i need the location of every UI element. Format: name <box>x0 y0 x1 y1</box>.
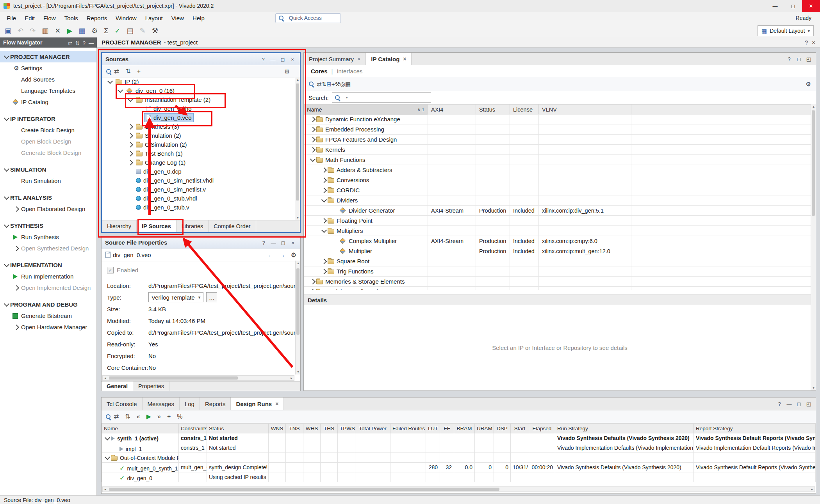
step-first-icon[interactable]: « <box>137 413 140 420</box>
settings-gear-icon[interactable]: ⚙ <box>291 252 296 258</box>
tree-item-test-bench[interactable]: Test Bench (1) <box>102 149 295 158</box>
tree-item-div-gen-0-vho[interactable]: div_gen_0.vho <box>102 104 295 113</box>
tree-expand-icon[interactable] <box>13 286 20 290</box>
search-icon[interactable] <box>105 414 111 420</box>
flownav-section-rtl-analysis[interactable]: RTL ANALYSIS <box>0 192 96 203</box>
runs-column-dsp[interactable]: DSP <box>494 424 511 433</box>
reports-sigma-icon[interactable]: Σ <box>104 27 108 34</box>
expand-all-icon[interactable]: ⇅ <box>322 81 327 87</box>
flownav-section-ip-integrator[interactable]: IP INTEGRATOR <box>0 113 96 124</box>
flownav-item-generate-block-design[interactable]: Generate Block Design <box>0 147 96 158</box>
tree-item-div-gen-0-stub-v[interactable]: div_gen_0_stub.v <box>102 203 295 212</box>
tree-collapse-icon[interactable] <box>3 117 10 120</box>
ip-catalog-vertical-scrollbar[interactable]: ▴ ▾ <box>811 104 816 390</box>
runs-column-tpws[interactable]: TPWS <box>338 424 355 433</box>
help-icon[interactable]: ? <box>805 39 808 45</box>
copy-icon[interactable]: ▥ <box>42 27 48 34</box>
tree-item-synthesis[interactable]: Synthesis (3) <box>102 122 295 131</box>
menu-file[interactable]: File <box>2 12 20 24</box>
tree-expand-icon[interactable] <box>321 219 328 223</box>
menu-reports[interactable]: Reports <box>82 12 112 24</box>
tree-collapse-icon[interactable] <box>104 456 111 459</box>
flownav-section-implementation[interactable]: IMPLEMENTATION <box>0 259 96 271</box>
flownav-item-run-simulation[interactable]: Run Simulation <box>0 175 96 186</box>
play-icon[interactable]: ▶ <box>146 413 151 420</box>
menu-layout[interactable]: Layout <box>141 12 167 24</box>
type-dropdown[interactable]: Verilog Template▾ <box>148 292 203 302</box>
minimize-icon[interactable]: — <box>269 240 277 245</box>
column-header-vlnv[interactable]: VLNV <box>539 105 631 115</box>
help-icon[interactable]: ? <box>259 57 267 62</box>
back-arrow-icon[interactable]: ← <box>267 252 274 258</box>
runs-column-tns[interactable]: TNS <box>286 424 303 433</box>
percent-icon[interactable]: % <box>177 413 182 420</box>
tree-expand-icon[interactable] <box>321 188 328 192</box>
maximize-icon[interactable]: ◰ <box>805 57 813 62</box>
runs-column-start[interactable]: Start <box>511 424 529 433</box>
ipcat-row-cordic[interactable]: CORDIC <box>304 185 811 195</box>
ipcat-row-math-functions[interactable]: Math Functions <box>304 155 811 165</box>
scroll-left-icon[interactable]: ◂ <box>103 376 108 381</box>
step-last-icon[interactable]: » <box>157 413 161 420</box>
tree-collapse-icon[interactable] <box>104 437 111 440</box>
flownav-item-open-implemented-design[interactable]: Open Implemented Design <box>0 282 96 293</box>
close-icon[interactable]: × <box>357 56 360 62</box>
maximize-icon[interactable]: ◰ <box>805 401 813 406</box>
collapse-all-icon[interactable]: ⇄ <box>317 81 322 87</box>
flownav-item-generate-bitstream[interactable]: Generate Bitstream <box>0 310 96 321</box>
tree-collapse-icon[interactable] <box>3 224 10 227</box>
runs-column-total-power[interactable]: Total Power <box>355 424 390 433</box>
scroll-up-icon[interactable]: ▴ <box>295 77 300 82</box>
tree-item-simulation[interactable]: Simulation (2) <box>102 131 295 140</box>
search-icon[interactable] <box>106 69 112 75</box>
validate-check-icon[interactable]: ✓ <box>114 27 120 34</box>
tree-collapse-icon[interactable] <box>117 89 124 92</box>
flownav-item-open-block-design[interactable]: Open Block Design <box>0 136 96 147</box>
tree-collapse-icon[interactable] <box>309 158 316 161</box>
scroll-up-icon[interactable]: ▴ <box>811 104 816 109</box>
menu-edit[interactable]: Edit <box>20 12 39 24</box>
tree-item-instantiation-template[interactable]: Instantiation Template (2) <box>102 95 295 104</box>
tree-expand-icon[interactable] <box>309 117 316 121</box>
ipcat-row-multiplier[interactable]: MultiplierProductionIncludedxilinx.com:i… <box>304 246 811 256</box>
dashboard-icon[interactable]: ▤ <box>127 27 134 34</box>
add-ip-icon[interactable]: + <box>332 81 335 87</box>
tree-item-div-gen-0[interactable]: div_gen_0 (16) <box>102 86 295 95</box>
ipcat-row-memories-storage-elements[interactable]: Memories & Storage Elements <box>304 277 811 287</box>
ipcat-row-embedded-processing[interactable]: Embedded Processing <box>304 124 811 135</box>
runs-column-ths[interactable]: THS <box>321 424 338 433</box>
close-icon[interactable]: × <box>812 39 815 45</box>
window-maximize-button[interactable]: ◻ <box>784 0 802 12</box>
close-icon[interactable]: × <box>403 56 406 62</box>
float-icon[interactable]: ◻ <box>795 401 803 406</box>
scroll-up-icon[interactable]: ▴ <box>296 261 301 266</box>
tree-collapse-icon[interactable] <box>3 264 10 266</box>
subtab-interfaces[interactable]: Interfaces <box>335 68 364 75</box>
flownav-item-run-implementation[interactable]: Run Implementation <box>0 271 96 282</box>
scroll-down-icon[interactable]: ▾ <box>811 385 816 390</box>
runs-column-failed-routes[interactable]: Failed Routes <box>390 424 426 433</box>
ipcat-row-multipliers[interactable]: Multipliers <box>304 226 811 236</box>
runs-row-mult-gen-0-synth-1[interactable]: ✓mult_gen_0_synth_1mult_gen_0synth_desig… <box>102 463 816 472</box>
flownav-item-run-synthesis[interactable]: Run Synthesis <box>0 231 96 243</box>
column-header-license[interactable]: License <box>510 105 539 115</box>
menu-tools[interactable]: Tools <box>60 12 82 24</box>
runs-column-wns[interactable]: WNS <box>269 424 286 433</box>
ipcat-row-divider-generator[interactable]: Divider GeneratorAXI4-StreamProductionIn… <box>304 206 811 216</box>
ipcat-row-adders-subtracters[interactable]: Adders & Subtracters <box>304 165 811 175</box>
console-tab-messages[interactable]: Messages <box>143 398 180 410</box>
sources-tab-libraries[interactable]: Libraries <box>176 220 209 232</box>
runs-column-report-strategy[interactable]: Report Strategy <box>694 424 816 433</box>
flownav-item-create-block-design[interactable]: Create Block Design <box>0 124 96 136</box>
flownav-item-language-templates[interactable]: Language Templates <box>0 85 96 96</box>
ipcat-row-fpga-features-and-design[interactable]: FPGA Features and Design <box>304 135 811 145</box>
sources-tab-hierarchy[interactable]: Hierarchy <box>102 220 137 232</box>
tree-expand-icon[interactable] <box>309 280 316 284</box>
runs-column-ff[interactable]: FF <box>440 424 454 433</box>
runs-column-whs[interactable]: WHS <box>303 424 321 433</box>
runs-column-bram[interactable]: BRAM <box>454 424 475 433</box>
scroll-right-icon[interactable]: ▸ <box>809 487 815 492</box>
column-header-status[interactable]: Status <box>476 105 510 115</box>
ipcat-row-dividers[interactable]: Dividers <box>304 195 811 206</box>
tree-collapse-icon[interactable] <box>321 199 328 202</box>
